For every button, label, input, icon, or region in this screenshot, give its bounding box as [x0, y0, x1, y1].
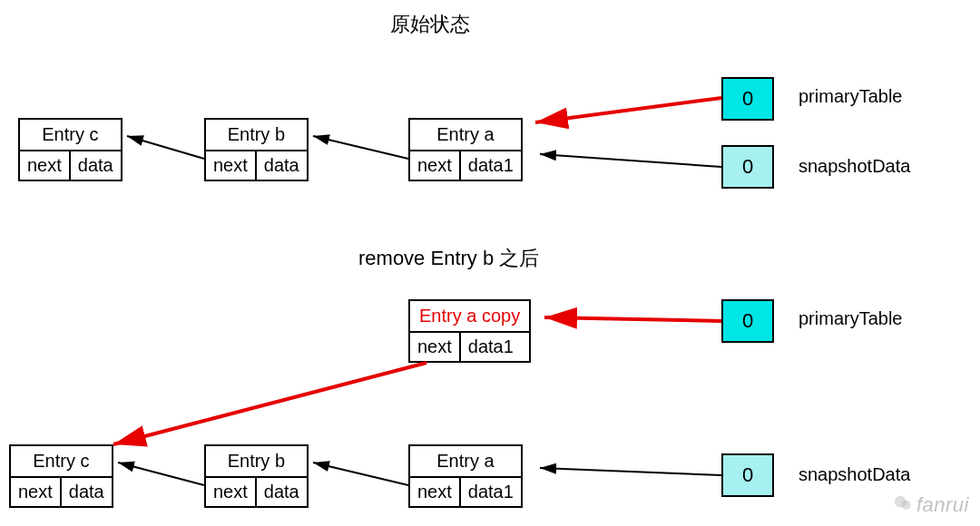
entry-b-2-next: next — [206, 478, 255, 506]
wechat-icon — [893, 493, 913, 519]
entry-acopy-2-name: Entry a copy — [410, 301, 529, 331]
svg-point-1 — [902, 501, 911, 510]
entry-a-1-next: next — [410, 151, 459, 180]
arrow-b-to-c-1 — [127, 136, 204, 159]
arrow-a-to-b-1 — [313, 136, 408, 159]
entry-a-1-data: data1 — [459, 151, 521, 180]
entry-c-2: Entry c next data — [9, 444, 113, 508]
entry-c-1-next: next — [20, 151, 69, 180]
entry-b-2: Entry b next data — [204, 444, 309, 508]
entry-b-1-name: Entry b — [206, 120, 307, 150]
arrow-primary-to-a-1 — [535, 98, 721, 122]
entry-a-1: Entry a next data1 — [408, 118, 523, 181]
arrow-primary-to-acopy-2 — [544, 317, 721, 321]
snapshot-bucket-2: 0 — [721, 453, 774, 497]
entry-c-2-data: data — [60, 478, 112, 506]
watermark: fanrui — [893, 493, 969, 519]
entry-acopy-2-data: data1 — [459, 333, 521, 361]
primary-bucket-2: 0 — [721, 299, 774, 343]
entry-a-2-name: Entry a — [410, 446, 521, 476]
entry-c-2-name: Entry c — [11, 446, 112, 476]
entry-c-1: Entry c next data — [18, 118, 122, 181]
entry-a-2-next: next — [410, 478, 459, 506]
section1-title: 原始状态 — [390, 11, 470, 38]
entry-acopy-2-next: next — [410, 333, 459, 361]
entry-c-2-next: next — [11, 478, 60, 506]
entry-acopy-2: Entry a copy next data1 — [408, 299, 531, 363]
primary-bucket-1: 0 — [721, 77, 774, 121]
entry-a-2-data: data1 — [459, 478, 521, 506]
arrow-a-to-b-2 — [313, 463, 408, 485]
entry-b-1: Entry b next data — [204, 118, 309, 181]
entry-c-1-data: data — [69, 151, 121, 180]
snapshot-bucket-1: 0 — [721, 145, 774, 189]
primary-label-2: primaryTable — [799, 308, 902, 329]
primary-label-1: primaryTable — [799, 86, 902, 107]
entry-a-2: Entry a next data1 — [408, 444, 523, 508]
arrow-b-to-c-2 — [118, 463, 204, 485]
snapshot-label-2: snapshotData — [799, 464, 910, 485]
arrow-acopy-to-c-2 — [113, 363, 426, 444]
section2-title: remove Entry b 之后 — [358, 245, 539, 272]
entry-b-2-data: data — [255, 478, 307, 506]
entry-b-1-next: next — [206, 151, 255, 180]
watermark-text: fanrui — [916, 493, 969, 516]
arrow-snapshot-to-a-2 — [540, 468, 721, 475]
entry-b-2-name: Entry b — [206, 446, 307, 476]
entry-b-1-data: data — [255, 151, 307, 180]
entry-c-1-name: Entry c — [20, 120, 121, 150]
arrow-snapshot-to-a-1 — [540, 154, 721, 167]
snapshot-label-1: snapshotData — [799, 156, 910, 177]
entry-a-1-name: Entry a — [410, 120, 521, 150]
